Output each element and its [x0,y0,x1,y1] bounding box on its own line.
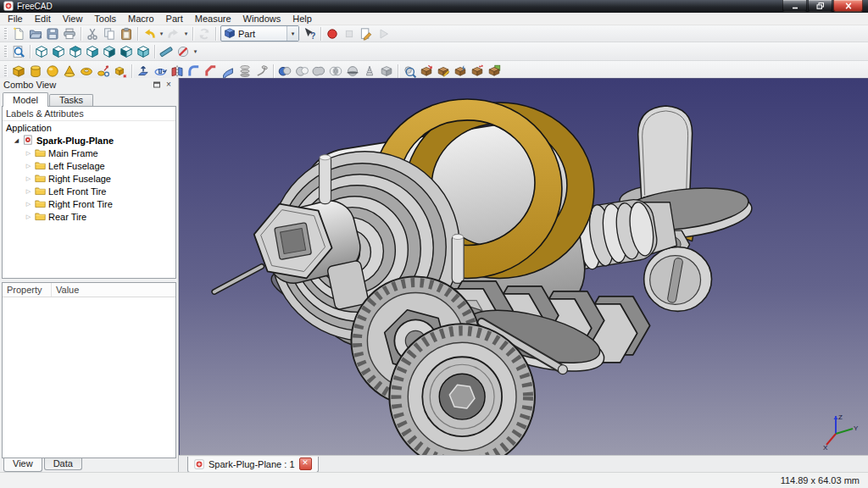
boolean-intersection-button[interactable] [327,63,344,79]
refine-shape-button[interactable] [452,63,469,79]
undo-dropdown-icon[interactable]: ▾ [158,30,165,37]
workbench-part-icon [224,27,236,39]
document-tab-close-icon[interactable]: ✕ [299,458,312,470]
primitive-torus-button[interactable] [78,63,95,79]
dock-float-icon[interactable] [151,80,163,91]
view-rear-button[interactable] [101,43,118,59]
3d-viewport[interactable]: Z Y X [179,78,868,456]
property-column-header[interactable]: Property [3,283,52,297]
tree-root-application[interactable]: Application [3,121,175,134]
axis-indicator: Z Y X [822,410,861,451]
expand-arrow-icon[interactable]: ▷ [25,150,32,157]
workbench-selector[interactable]: Part▾ [220,25,299,42]
reverse-shapes-button[interactable] [469,63,486,79]
menu-windows[interactable]: Windows [237,13,287,25]
collapse-arrow-icon[interactable]: ◢ [13,137,20,144]
menu-tools[interactable]: Tools [88,13,122,25]
boolean-union-button[interactable] [310,63,327,79]
view-top-button[interactable] [67,43,84,59]
redo-dropdown-icon[interactable]: ▾ [182,30,190,37]
primitive-sphere-button[interactable] [44,63,61,79]
value-column-header[interactable]: Value [52,283,79,297]
measure-distance-button[interactable] [158,43,175,59]
chevron-down-icon[interactable]: ▾ [287,26,298,41]
open-file-button[interactable] [27,25,44,42]
menu-part[interactable]: Part [160,13,189,25]
view-axonometric-button[interactable] [33,43,50,59]
convert-to-solid-button[interactable] [486,63,503,79]
menu-help[interactable]: Help [287,13,318,25]
view-bottom-button[interactable] [118,43,135,59]
restore-button[interactable] [808,0,832,12]
clear-measurement-dropdown-icon[interactable]: ▾ [192,48,199,55]
dock-close-icon[interactable]: × [163,80,175,91]
close-button[interactable] [833,0,863,12]
menu-view[interactable]: View [57,13,89,25]
print-button[interactable] [61,25,78,42]
tree-item-rear-tire[interactable]: ▷Rear Tire [3,210,175,223]
revolve-button[interactable] [152,63,169,79]
whats-this-button[interactable]: ? [301,25,318,42]
view-left-button[interactable] [135,43,152,59]
paste-button[interactable] [118,25,135,42]
create-primitives-button[interactable] [95,63,112,79]
fillet-button[interactable] [186,63,203,79]
undo-button[interactable] [141,25,158,42]
minimize-button[interactable] [782,0,807,12]
view-right-button[interactable] [84,43,101,59]
expand-arrow-icon[interactable]: ▷ [25,214,32,220]
primitive-cylinder-button[interactable] [27,63,44,79]
boolean-icon [278,64,292,78]
tab-tasks[interactable]: Tasks [49,94,93,106]
tree-item-right-front-tire[interactable]: ▷Right Front Tire [3,197,175,210]
mirror-button[interactable] [169,63,186,79]
sweep-button[interactable] [253,63,270,79]
chamfer-button[interactable] [203,63,220,79]
expand-arrow-icon[interactable]: ▷ [25,201,32,208]
close-icon [843,2,854,10]
expand-arrow-icon[interactable]: ▷ [25,188,32,195]
ruled-surface-button[interactable] [220,63,236,79]
record-macro-button[interactable] [324,25,341,42]
tree-item-main-frame[interactable]: ▷Main Frame [3,147,175,159]
tree-item-right-fuselage[interactable]: ▷Right Fuselage [3,172,175,185]
tab-view[interactable]: View [3,458,42,472]
property-table-body [3,297,175,458]
document-tab[interactable]: Spark-Plug-Plane : 1 ✕ [187,457,319,473]
edit-macro-button[interactable] [358,25,375,42]
menu-measure[interactable]: Measure [189,13,237,25]
defeaturing-button[interactable] [418,63,435,79]
view-front-button[interactable] [50,43,67,59]
tree-item-left-fuselage[interactable]: ▷Left Fuselage [3,159,175,172]
cut-button[interactable] [84,25,101,42]
boolean-button[interactable] [276,63,293,79]
boolean-cut-button[interactable] [293,63,310,79]
menu-edit[interactable]: Edit [29,13,57,25]
shape-builder-button[interactable] [112,63,129,79]
clear-measurement-button[interactable] [175,43,192,59]
check-geometry-button[interactable] [401,63,418,79]
section-button[interactable] [344,63,361,79]
save-file-button[interactable] [44,25,61,42]
fit-all-button[interactable] [10,43,27,59]
edit-shape-button[interactable] [435,63,452,79]
open-file-icon [29,27,42,41]
loft-button[interactable] [236,63,253,79]
primitive-cone-button[interactable] [61,63,78,79]
primitive-box-button[interactable] [10,63,27,79]
copy-button[interactable] [101,25,118,42]
new-file-button[interactable] [10,25,27,42]
menu-file[interactable]: File [2,13,29,25]
expand-arrow-icon[interactable]: ▷ [25,163,32,169]
tree-item-left-front-tire[interactable]: ▷Left Front Tire [3,185,175,197]
toolbar-grip [4,46,8,58]
cross-sections-button[interactable] [361,63,378,79]
extrude-button[interactable] [135,63,152,79]
compound-button[interactable] [378,63,395,79]
menu-macro[interactable]: Macro [122,13,160,25]
primitive-sphere-icon [46,64,59,78]
tree-item-spark-plug-plane[interactable]: ◢Spark-Plug-Plane [3,134,175,147]
expand-arrow-icon[interactable]: ▷ [25,175,32,182]
tab-data[interactable]: Data [44,458,82,470]
tab-model[interactable]: Model [3,92,48,107]
